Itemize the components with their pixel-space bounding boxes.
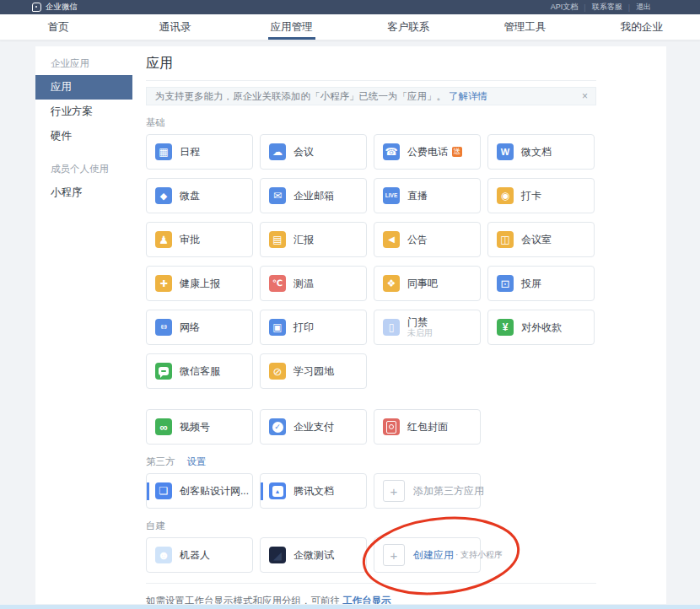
chat-bubble-icon	[155, 363, 172, 380]
app-card-wedoc[interactable]: W微文档	[487, 134, 595, 170]
thermometer-icon: ℃	[269, 275, 286, 292]
topbar-link-logout[interactable]: 退出	[636, 2, 651, 13]
learn-more-link[interactable]: 了解详情	[449, 90, 487, 103]
app-name: 投屏	[521, 277, 541, 291]
app-card-paid-call[interactable]: ☎公费电话送	[374, 134, 481, 170]
tab-management-tools[interactable]: 管理工具	[466, 14, 583, 40]
app-card-add-third-party[interactable]: +添加第三方应用	[374, 473, 481, 509]
icon-glyph: LIVE	[385, 193, 397, 199]
section-header: 基础	[146, 116, 596, 129]
icon-glyph: ◫	[500, 234, 509, 245]
drive-cube-icon: ◆	[155, 187, 172, 204]
wepay-check-icon: ✓	[269, 418, 286, 435]
sidebar-item-mini-programs[interactable]: 小程序	[35, 181, 132, 205]
app-card-meeting-room[interactable]: ◫会议室	[487, 222, 595, 257]
app-card-colleague-bar[interactable]: ❖同事吧	[374, 266, 481, 301]
icon-glyph: ∞	[159, 422, 167, 433]
section-label: 自建	[146, 520, 165, 532]
icon-glyph: ☎	[385, 147, 398, 157]
app-card-announcement[interactable]: ◀公告	[374, 222, 481, 257]
app-card-door-access[interactable]: ▯门禁未启用	[374, 310, 481, 345]
app-name: 审批	[180, 233, 200, 247]
app-name: 创客贴设计网...	[180, 484, 249, 499]
app-card-channels[interactable]: ∞视频号	[146, 409, 253, 445]
icon-glyph: ▯	[389, 322, 395, 332]
icon-glyph: ❏	[159, 486, 169, 496]
app-card-live[interactable]: LIVE直播	[374, 178, 481, 213]
topbar: 企业微信 API文档|联系客服|退出	[0, 0, 700, 14]
app-card-learning[interactable]: ⊘学习园地	[260, 353, 367, 389]
logo-accent-strip	[261, 482, 263, 500]
app-card-wedrive[interactable]: ◆微盘	[146, 178, 253, 213]
icon-glyph: ▦	[159, 147, 168, 157]
topbar-link-contact-support[interactable]: 联系客服	[592, 2, 622, 13]
app-card-tencent-docs[interactable]: ▲腾讯文档	[260, 473, 367, 509]
app-name: 微信客服	[180, 364, 220, 379]
app-card-wechat-kf[interactable]: 微信客服	[146, 353, 253, 389]
app-card-collect-payment[interactable]: ¥对外收款	[487, 310, 595, 345]
app-card-wecom-test[interactable]: ◢企微测试	[260, 537, 367, 573]
app-name: 打卡	[521, 189, 541, 203]
app-card-red-packet-cover[interactable]: 红包封面	[374, 409, 481, 445]
icon-glyph: ✚	[159, 279, 167, 288]
app-name: 公费电话	[407, 145, 448, 159]
footer-note: 如需设置工作台显示模式和应用分组，可前往 工作台显示	[146, 583, 596, 604]
icon-glyph: ¥	[503, 322, 509, 332]
topbar-links: API文档|联系客服|退出	[551, 2, 651, 13]
icon-glyph: ☻	[158, 549, 170, 561]
app-card-wepay[interactable]: ✓企业支付	[260, 409, 367, 445]
planet-icon: ⊘	[269, 363, 286, 380]
app-card-network[interactable]: ((·))网络	[146, 310, 253, 345]
app-card-schedule[interactable]: ▦日程	[146, 134, 253, 170]
app-card-health-report[interactable]: ✚健康上报	[146, 266, 253, 301]
report-doc-icon: ▤	[269, 231, 286, 248]
icon-glyph: ♟	[159, 234, 169, 245]
cloud-meeting-icon: ☁	[269, 143, 286, 160]
icon-glyph: ▤	[272, 234, 282, 245]
app-card-robot[interactable]: ☻机器人	[146, 537, 253, 573]
sidebar-group: 企业应用应用行业方案硬件	[35, 51, 132, 148]
sidebar-item-industry-solutions[interactable]: 行业方案	[35, 100, 132, 124]
app-card-report[interactable]: ▤汇报	[260, 222, 367, 257]
tab-app-management[interactable]: 应用管理	[234, 14, 350, 40]
tab-customer-contact[interactable]: 客户联系	[350, 14, 466, 40]
plus-icon: +	[383, 480, 405, 502]
main-nav: 首页通讯录应用管理客户联系管理工具我的企业	[0, 14, 700, 40]
icon-glyph: ☁	[272, 147, 283, 157]
app-name: 视频号	[180, 420, 210, 434]
health-cross-icon: ✚	[155, 275, 172, 292]
banner-text: 为支持更多能力，原企业关联添加的「小程序」已统一为「应用」。	[155, 90, 446, 103]
plus-icon: +	[383, 544, 405, 566]
gift-badge: 送	[452, 147, 462, 157]
icon-glyph: ◢	[273, 550, 282, 561]
workbench-display-link[interactable]: 工作台显示	[342, 596, 391, 604]
app-card-exmail[interactable]: ✉企业邮箱	[260, 178, 367, 213]
cast-screen-icon: ⊡	[497, 275, 514, 292]
icon-glyph: ℃	[272, 279, 283, 288]
close-icon[interactable]: ×	[582, 88, 588, 105]
icon-glyph: ❖	[387, 278, 396, 288]
topbar-link-divider: |	[584, 3, 585, 12]
app-card-meeting[interactable]: ☁会议	[260, 134, 367, 170]
app-card-chuangkit[interactable]: ❏创客贴设计网...	[146, 473, 253, 509]
app-name: 会议室	[521, 233, 552, 247]
app-card-print[interactable]: ▣打印	[260, 310, 367, 345]
icon-glyph: ◀	[388, 235, 395, 244]
app-name: 机器人	[180, 548, 210, 563]
sidebar-item-apps[interactable]: 应用	[35, 75, 132, 100]
app-name: 红包封面	[407, 420, 448, 434]
tab-home[interactable]: 首页	[0, 14, 116, 40]
app-grid: ▦日程☁会议☎公费电话送W微文档◆微盘✉企业邮箱LIVE直播◉打卡♟审批▤汇报◀…	[146, 134, 596, 389]
tab-contacts[interactable]: 通讯录	[116, 14, 233, 40]
app-card-screen-cast[interactable]: ⊡投屏	[487, 266, 595, 301]
app-card-checkin[interactable]: ◉打卡	[487, 178, 595, 213]
app-card-temperature[interactable]: ℃测温	[260, 266, 367, 301]
icon-glyph: ✉	[273, 191, 282, 201]
app-card-approval[interactable]: ♟审批	[146, 222, 253, 257]
tab-my-company[interactable]: 我的企业	[584, 14, 700, 40]
third-party-settings-link[interactable]: 设置	[187, 455, 207, 468]
add-sublabel: · 支持小程序	[455, 549, 503, 561]
sidebar-item-hardware[interactable]: 硬件	[35, 124, 132, 148]
app-card-create-app[interactable]: +创建应用· 支持小程序	[374, 537, 481, 573]
topbar-link-api-docs[interactable]: API文档	[551, 2, 579, 13]
